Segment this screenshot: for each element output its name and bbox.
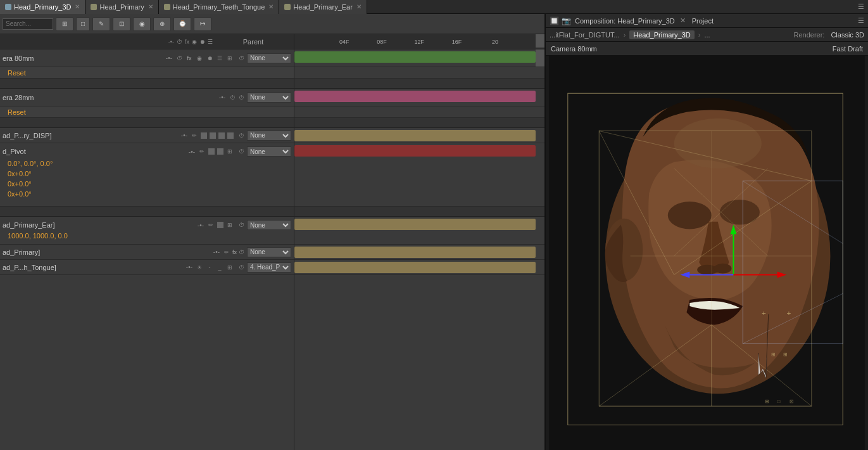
camera-28mm-name: era 28mm [3,94,218,101]
layer-sub-reset-1: Reset [0,67,294,79]
svg-text:+: + [762,309,766,318]
parent-dropdown-2[interactable]: None [247,93,291,103]
ctrl-3d-7: ⊞ [225,263,234,272]
ctrl-sq3 [218,132,225,139]
track-bar-pry-disp [294,130,536,141]
ctrl-fx-6[interactable]: fx [232,249,237,255]
svg-point-7 [674,119,762,169]
ctrl-sun-7[interactable]: ☀ [195,263,204,272]
tab-project[interactable]: Project [692,17,714,25]
fast-draft-label[interactable]: Fast Draft [833,45,863,53]
layer-row-d-pivot[interactable]: d_Pivot -•- ✏ ⊞ ⏱ None [0,143,294,207]
right-panel-menu[interactable]: ☰ [858,16,864,25]
ctrl-dash-7: -•- [185,264,194,271]
tab-close-ear[interactable]: ✕ [356,3,362,10]
header-icon-4: ◉ [192,39,197,45]
camera-80mm-controls: -•- ⏱ fx ◉ ⏺ ☰ ⊞ [165,54,234,63]
toolbar-btn-8[interactable]: ↦ [194,17,211,31]
layer-row-head-primary[interactable]: ad_Primary] -•- ✏ fx ⏱ None [0,245,294,260]
right-icon-2: 📷 [562,16,571,25]
camera-label: Camera 80mm [551,45,597,53]
svg-point-4 [720,200,760,224]
timeline-right: 04F 08F 12F 16F 20 [294,34,544,450]
ctrl-menu-1[interactable]: ☰ [215,54,224,63]
d-pivot-controls: -•- ✏ ⊞ [187,147,234,156]
ctrl-clock-2[interactable]: ⏱ [228,93,237,102]
ctrl-dash-4: -•- [187,148,196,155]
ctrl-pen-5[interactable]: ✏ [206,221,215,229]
ctrl-sq-e1 [217,222,223,228]
timeline-ruler: 04F 08F 12F 16F 20 [294,34,544,49]
tab-close-teeth[interactable]: ✕ [268,3,274,10]
layer-row-head-pry-disp[interactable]: ad_P...ry_DISP] -•- ✏ ⏱ None [0,128,294,143]
timeline-scroll-indicator[interactable] [536,34,544,48]
tab-head-primary-ear[interactable]: Head_Primary_Ear ✕ [279,0,367,14]
parent-dropdown-6[interactable]: None [247,247,291,257]
parent-dropdown-5[interactable]: None [247,220,291,230]
tab-head-primary-3d[interactable]: Head_Primary_3D ✕ [0,0,85,14]
scroll-btn-1[interactable] [536,49,544,67]
layer-header-icons: -•- ⏱ fx ◉ ⏺ ☰ [168,39,213,45]
reset-label-2[interactable]: Reset [3,108,26,116]
toolbar-btn-3[interactable]: ✎ [92,17,110,31]
ctrl-circle-1[interactable]: ◉ [195,54,204,63]
parent-dropdown-3[interactable]: None [247,131,291,141]
pivot-val-4: 0x+0.0° [8,189,53,199]
left-panel: ⊞ □ ✎ ⊡ ◉ ⊕ ⌚ ↦ -•- ⏱ fx ◉ [0,14,546,450]
layer-list-header: -•- ⏱ fx ◉ ⏺ ☰ Parent [0,34,294,49]
track-sub-reset-1 [294,67,544,79]
tab-composition[interactable]: Composition: Head_Primary_3D ✕ [575,16,686,25]
tab-icon-teeth [164,4,170,10]
comp-tab-close[interactable]: ✕ [680,16,686,25]
track-bar-head-primary [294,247,536,258]
tab-head-primary[interactable]: Head_Primary ✕ [85,0,158,14]
pivot-val-2: 0x+0.0° [8,169,53,179]
ctrl-grid-1[interactable]: ⊞ [225,54,234,63]
project-tab-label: Project [692,17,714,25]
parent-ctrl-6: ⏱ None [237,247,291,257]
parent-ctrl-4: ⏱ None [237,146,291,157]
layer-row-camera-80mm[interactable]: era 80mm -•- ⏱ fx ◉ ⏺ ☰ ⊞ ⏱ None [0,49,294,67]
tab-head-teeth-tongue[interactable]: Head_Primary_Teeth_Tongue ✕ [159,0,280,14]
parent-ctrl-5: ⏱ None [237,220,291,230]
layer-row-camera-28mm[interactable]: era 28mm -•- ⏱ ⏱ None [0,89,294,106]
toolbar-btn-2[interactable]: □ [76,17,90,31]
right-icon-1: 🔲 [550,16,559,25]
breadcrumb-2[interactable]: Head_Primary_3D [629,30,694,39]
toolbar-btn-6[interactable]: ⊕ [153,17,171,31]
ctrl-pen-3[interactable]: ✏ [190,131,199,140]
layer-row-head-ear[interactable]: ad_Primary_Ear] -•- ✏ ⊞ ⏱ None [0,217,294,245]
breadcrumb-sep-1: › [624,31,626,39]
head-ear-main: ad_Primary_Ear] -•- ✏ ⊞ ⏱ None [3,218,291,232]
reset-label-1[interactable]: Reset [3,69,26,77]
toolbar-btn-5[interactable]: ◉ [133,17,151,31]
parent-dropdown-7[interactable]: 4. Head_Pivo [247,262,291,273]
track-spacer-2 [294,118,544,128]
toolbar-btn-7[interactable]: ⌚ [173,17,191,31]
svg-text:+: + [786,309,791,318]
ctrl-fx-1[interactable]: fx [185,54,194,63]
layer-row-head-tongue[interactable]: ad_P...h_Tongue] -•- ☀ - _ ⊞ ⏱ 4. Head_P… [0,260,294,275]
ctrl-sq1 [201,132,207,139]
breadcrumb-3: ... [704,31,710,39]
ctrl-pen-4[interactable]: ✏ [198,147,206,156]
renderer-value[interactable]: Classic 3D [831,31,864,39]
ctrl-dash-6: -•- [212,248,221,255]
ctrl-clock-1[interactable]: ⏱ [175,54,184,63]
tab-close-primary[interactable]: ✕ [148,3,153,10]
ctrl-minus-7[interactable]: - [205,263,214,272]
parent-dropdown-1[interactable]: None [247,53,291,63]
toolbar-btn-1[interactable]: ⊞ [56,17,73,31]
toolbar-btn-4[interactable]: ⊡ [113,17,130,31]
ctrl-rec-1[interactable]: ⏺ [205,54,214,63]
layer-sub-reset-2: Reset [0,106,294,118]
ctrl-pen-6[interactable]: ✏ [222,248,231,257]
viewport-3d[interactable]: + + ⊞ ⊞ ⊞ □ ⊡ [546,56,868,450]
tab-close-3d[interactable]: ✕ [75,3,80,10]
parent-dropdown-4[interactable]: None [247,146,291,157]
track-camera-80mm [294,49,544,67]
right-top-bar: 🔲 📷 Composition: Head_Primary_3D ✕ Proje… [546,14,868,28]
tab-menu-button[interactable]: ☰ [854,3,868,11]
search-input[interactable] [3,18,53,30]
parent-icon-2: ⏱ [237,93,246,102]
